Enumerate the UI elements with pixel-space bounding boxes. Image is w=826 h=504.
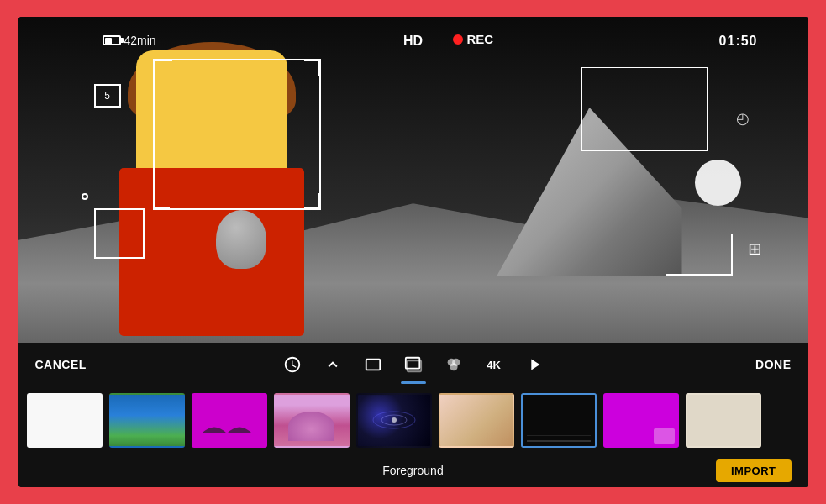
thumbnail-preview — [111, 395, 183, 446]
lego-figure: PRESS — [86, 34, 380, 343]
svg-rect-0 — [366, 360, 380, 370]
svg-point-8 — [392, 417, 397, 423]
thumbnail-item[interactable] — [356, 393, 432, 448]
shutter-button[interactable] — [695, 160, 741, 206]
battery-indicator: 42min — [103, 34, 156, 47]
4k-icon[interactable]: 4K — [481, 352, 507, 377]
battery-time-label: 42min — [124, 34, 156, 47]
play-icon[interactable] — [522, 352, 547, 377]
battery-fill — [105, 38, 112, 45]
thumbnail-item[interactable] — [27, 393, 103, 448]
expand-icon[interactable] — [320, 352, 345, 377]
clock-icon: ◴ — [736, 109, 750, 128]
speedometer-icon[interactable] — [280, 352, 305, 377]
layers-icon[interactable] — [401, 352, 426, 377]
rec-label: REC — [467, 32, 494, 46]
thumbnail-item[interactable] — [686, 393, 761, 448]
mountain — [497, 108, 682, 276]
thumbnail-preview — [193, 395, 266, 446]
focus-point-indicator — [82, 193, 88, 200]
cancel-button[interactable]: CANCEL — [35, 358, 87, 371]
4k-label: 4K — [487, 359, 501, 371]
toolbar: CANCEL — [18, 343, 808, 386]
lego-head — [136, 50, 287, 185]
thumbnail-item[interactable] — [109, 393, 185, 448]
foreground-label: Foreground — [287, 464, 539, 477]
rec-indicator: REC — [453, 32, 494, 46]
thumbnail-item[interactable] — [603, 393, 679, 448]
thumbnail-preview — [29, 395, 101, 446]
recording-timer: 01:50 — [719, 34, 758, 49]
toolbar-icons: 4K — [280, 352, 547, 377]
rec-dot — [453, 34, 463, 45]
bottom-bar: Foreground IMPORT — [18, 454, 808, 487]
lego-body: PRESS — [119, 168, 304, 336]
scene-background: PRESS 42min — [18, 17, 808, 343]
thumbnail-strip — [18, 386, 808, 454]
adjustment-icon: ⊞ — [748, 239, 762, 259]
app-container: PRESS 42min — [18, 17, 808, 487]
svg-point-5 — [450, 363, 457, 370]
thumbnail-item[interactable] — [274, 393, 350, 448]
thumbnail-item[interactable] — [521, 393, 597, 448]
microphone — [216, 210, 266, 269]
quality-indicator: HD — [403, 34, 423, 49]
viewfinder: PRESS 42min — [18, 17, 808, 343]
frame-number-indicator: 5 — [94, 84, 121, 108]
import-button[interactable]: IMPORT — [716, 459, 792, 482]
thumbnail-item[interactable] — [439, 393, 514, 448]
thumbnail-item[interactable] — [192, 393, 267, 448]
effects-icon[interactable] — [441, 352, 466, 377]
done-button[interactable]: DONE — [755, 358, 791, 371]
aspect-ratio-icon[interactable] — [360, 352, 386, 377]
battery-icon — [103, 35, 121, 45]
